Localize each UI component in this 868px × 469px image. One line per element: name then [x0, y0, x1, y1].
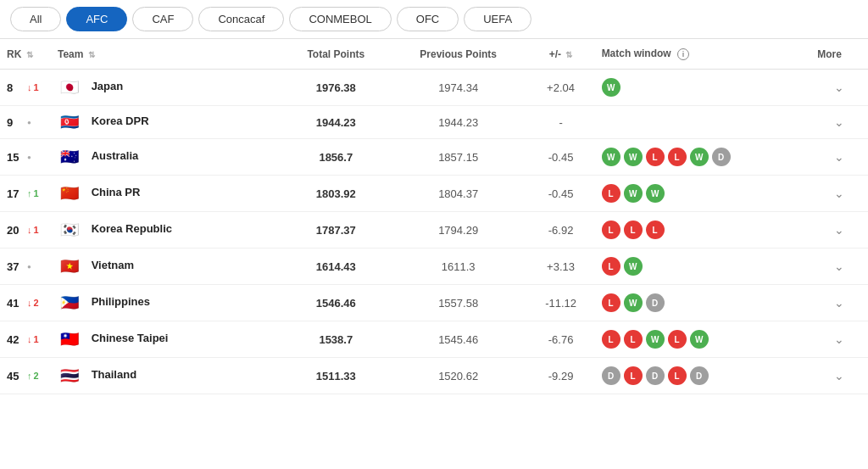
cell-match-window: W: [595, 70, 811, 106]
badges-container: DLDLD: [602, 366, 804, 385]
rank-number: 9: [7, 116, 24, 129]
chevron-down-icon[interactable]: ⌄: [834, 81, 844, 94]
team-name: Vietnam: [92, 259, 134, 271]
match-badge-l: L: [646, 148, 665, 166]
cell-more[interactable]: ⌄: [810, 248, 868, 285]
cell-more[interactable]: ⌄: [810, 285, 868, 321]
match-badge-w: W: [646, 330, 665, 349]
cell-match-window: DLDLD: [595, 358, 811, 394]
table-row: 17 ↑1 🇨🇳 China PR 1803.92 1804.37 -0.45 …: [0, 176, 868, 212]
badges-container: WWLLWD: [602, 148, 804, 166]
flag-icon: 🇰🇷: [58, 222, 81, 237]
cell-diff: -9.29: [527, 358, 595, 394]
cell-more[interactable]: ⌄: [810, 212, 868, 248]
col-header-total-points: Total Points: [282, 39, 390, 70]
tab-caf[interactable]: CAF: [132, 7, 193, 31]
tab-ofc[interactable]: OFC: [397, 7, 459, 31]
cell-more[interactable]: ⌄: [810, 358, 868, 394]
cell-team: 🇵🇭 Philippines: [51, 285, 282, 321]
col-header-team[interactable]: Team ⇅: [51, 39, 282, 70]
flag-icon: 🇻🇳: [58, 259, 81, 274]
chevron-down-icon[interactable]: ⌄: [834, 260, 844, 273]
cell-prev-points: 1520.62: [390, 358, 527, 394]
cell-match-window: LLL: [595, 212, 811, 248]
match-badge-l: L: [668, 330, 687, 349]
badges-container: LW: [602, 257, 804, 276]
tab-afc[interactable]: AFC: [66, 7, 127, 31]
team-name: Korea DPR: [92, 114, 149, 127]
table-row: 42 ↓1 🇹🇼 Chinese Taipei 1538.7 1545.46 -…: [0, 321, 868, 358]
flag-icon: 🇨🇳: [58, 186, 81, 201]
cell-prev-points: 1545.46: [390, 321, 527, 358]
info-icon[interactable]: i: [677, 48, 689, 60]
col-header-rk[interactable]: RK ⇅: [0, 39, 51, 70]
col-header-more: More: [810, 39, 868, 70]
cell-diff: -6.92: [527, 212, 595, 248]
chevron-down-icon[interactable]: ⌄: [834, 223, 844, 237]
flag-icon: 🇹🇭: [58, 368, 81, 383]
col-header-diff[interactable]: +/- ⇅: [527, 39, 595, 70]
match-badge-l: L: [602, 184, 620, 203]
tab-all[interactable]: All: [10, 7, 61, 31]
chevron-down-icon[interactable]: ⌄: [834, 115, 844, 129]
cell-more[interactable]: ⌄: [810, 70, 868, 106]
cell-total-points: 1944.23: [282, 106, 390, 139]
match-badge-d: D: [690, 366, 709, 385]
cell-match-window: WWLLWD: [595, 139, 811, 176]
tab-concacaf[interactable]: Concacaf: [198, 7, 284, 31]
cell-team: 🇯🇵 Japan: [51, 70, 282, 106]
match-badge-l: L: [602, 257, 620, 276]
chevron-down-icon[interactable]: ⌄: [834, 296, 844, 310]
flag-icon: 🇵🇭: [58, 295, 81, 310]
match-badge-l: L: [668, 148, 687, 166]
rank-arrow-down: ↓1: [27, 82, 39, 92]
cell-diff: -0.45: [527, 176, 595, 212]
chevron-down-icon[interactable]: ⌄: [834, 332, 844, 346]
rank-number: 17: [7, 187, 24, 200]
cell-prev-points: 1794.29: [390, 212, 527, 248]
cell-match-window: LWW: [595, 176, 811, 212]
cell-more[interactable]: ⌄: [810, 321, 868, 358]
sort-icon-diff: ⇅: [565, 50, 572, 59]
cell-team: 🇹🇭 Thailand: [51, 358, 282, 394]
rank-number: 45: [7, 370, 24, 382]
cell-prev-points: 1974.34: [390, 70, 527, 106]
tabs-bar: AllAFCCAFConcacafCONMEBOLOFCUEFA: [0, 0, 868, 39]
cell-match-window: LLWLW: [595, 321, 811, 358]
match-badge-l: L: [602, 293, 620, 312]
match-badge-l: L: [602, 330, 620, 349]
match-badge-w: W: [624, 293, 643, 312]
flag-icon: 🇦🇺: [58, 149, 81, 165]
team-name: Australia: [92, 149, 139, 162]
cell-team: 🇨🇳 China PR: [51, 176, 282, 212]
rank-number: 41: [7, 297, 24, 310]
cell-prev-points: 1857.15: [390, 139, 527, 176]
cell-more[interactable]: ⌄: [810, 106, 868, 139]
rankings-table: RK ⇅ Team ⇅ Total Points Previous Points…: [0, 39, 868, 394]
chevron-down-icon[interactable]: ⌄: [834, 187, 844, 200]
table-row: 41 ↓2 🇵🇭 Philippines 1546.46 1557.58 -11…: [0, 285, 868, 321]
cell-total-points: 1614.43: [282, 248, 390, 285]
chevron-down-icon[interactable]: ⌄: [834, 150, 844, 164]
cell-rk: 8 ↓1: [0, 70, 51, 106]
rank-arrow-down: ↓1: [27, 225, 39, 235]
cell-rk: 20 ↓1: [0, 212, 51, 248]
team-name: Japan: [92, 80, 124, 92]
tab-conmebol[interactable]: CONMEBOL: [289, 7, 391, 31]
cell-diff: +2.04: [527, 70, 595, 106]
rank-arrow-down: ↓1: [27, 334, 39, 344]
chevron-down-icon[interactable]: ⌄: [834, 369, 844, 382]
match-badge-d: D: [602, 366, 620, 385]
match-badge-l: L: [624, 366, 643, 385]
cell-more[interactable]: ⌄: [810, 139, 868, 176]
cell-total-points: 1787.37: [282, 212, 390, 248]
cell-prev-points: 1944.23: [390, 106, 527, 139]
match-badge-d: D: [646, 366, 665, 385]
cell-more[interactable]: ⌄: [810, 176, 868, 212]
table-row: 45 ↑2 🇹🇭 Thailand 1511.33 1520.62 -9.29 …: [0, 358, 868, 394]
col-header-match-window[interactable]: Match window i: [595, 39, 811, 70]
cell-rk: 42 ↓1: [0, 321, 51, 358]
badges-container: LWW: [602, 184, 804, 203]
tab-uefa[interactable]: UEFA: [464, 7, 531, 31]
flag-icon: 🇹🇼: [58, 332, 81, 347]
